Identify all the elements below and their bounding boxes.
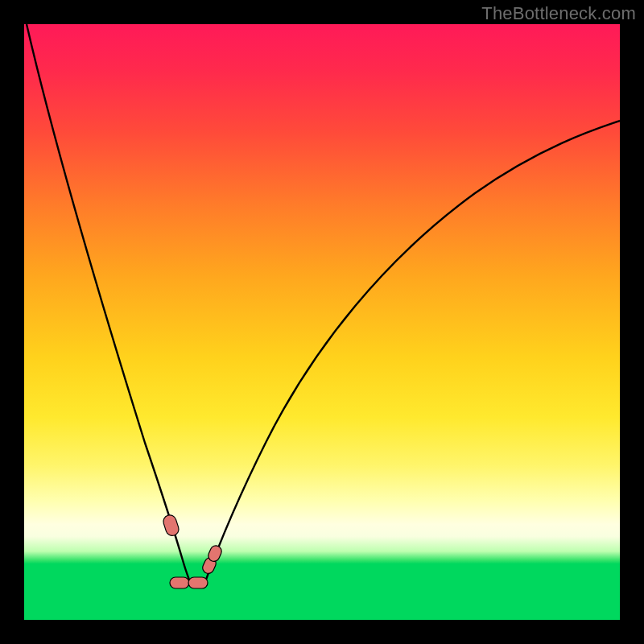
chart-curves <box>24 24 620 620</box>
chart-frame: TheBottleneck.com <box>0 0 644 644</box>
plot-area <box>24 24 620 620</box>
left-curve <box>27 24 191 584</box>
marker-floor-right <box>188 577 208 588</box>
marker-left-upper <box>162 514 180 538</box>
right-curve <box>204 121 620 586</box>
watermark-text: TheBottleneck.com <box>481 3 636 24</box>
marker-floor-left <box>170 577 189 588</box>
curve-markers <box>162 514 224 588</box>
